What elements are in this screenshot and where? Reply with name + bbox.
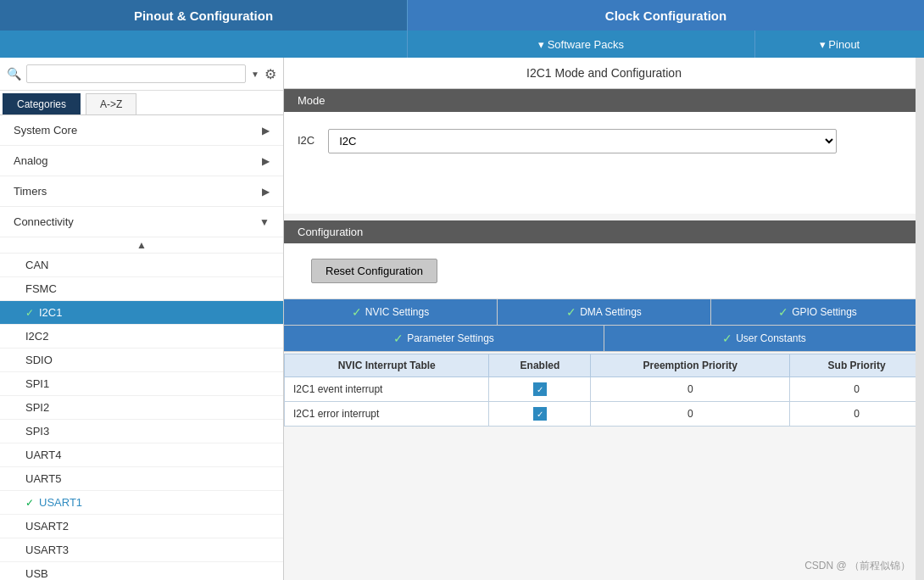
scrollbar[interactable] [916, 58, 924, 580]
arrow-right-icon: ▶ [262, 155, 270, 167]
enabled-checkbox[interactable]: ✓ [533, 407, 547, 421]
parameter-settings-tab[interactable]: ✓ Parameter Settings [284, 326, 604, 351]
enabled-checkbox[interactable]: ✓ [533, 382, 547, 396]
spi1-label: SPI1 [25, 377, 49, 390]
connectivity-label: Connectivity [14, 215, 74, 228]
analog-label: Analog [14, 154, 47, 167]
dropdown-icon[interactable]: ▼ [251, 70, 259, 79]
check-icon: ✓ [25, 497, 34, 509]
header-spacer [0, 31, 407, 58]
sub-priority-cell: 0 [790, 402, 924, 427]
search-input[interactable] [26, 64, 246, 83]
dma-tab-label: DMA Settings [580, 306, 642, 318]
gpio-settings-tab[interactable]: ✓ GPIO Settings [711, 299, 924, 325]
can-label: CAN [25, 259, 48, 271]
settings-icon[interactable]: ⚙ [264, 66, 276, 82]
collapse-arrow[interactable]: ▲ [0, 237, 283, 254]
preemption-cell: 0 [591, 402, 790, 427]
top-header: Pinout & Configuration Clock Configurati… [0, 0, 924, 31]
mode-section: I2C I2C [284, 112, 924, 214]
tab-categories[interactable]: Categories [3, 93, 81, 114]
reset-section: Reset Configuration [284, 243, 924, 299]
software-packs-label: ▾ Software Packs [538, 38, 624, 51]
preemption-cell: 0 [591, 377, 790, 402]
timers-label: Timers [14, 185, 47, 198]
nvic-tab-label: NVIC Settings [365, 306, 429, 318]
sidebar-item-fsmc[interactable]: FSMC [0, 277, 283, 301]
sidebar-item-spi2[interactable]: SPI2 [0, 396, 283, 420]
reset-config-button[interactable]: Reset Configuration [311, 259, 437, 283]
content-title: I2C1 Mode and Configuration [284, 58, 924, 89]
sidebar-item-usart3[interactable]: USART3 [0, 538, 283, 562]
spi2-label: SPI2 [25, 401, 49, 414]
uart4-label: UART4 [25, 449, 61, 461]
check-icon: ✓ [778, 305, 788, 319]
usart3-label: USART3 [25, 544, 69, 556]
main-layout: 🔍 ▼ ⚙ Categories A->Z System Core ▶ Anal… [0, 58, 924, 580]
sidebar-item-spi3[interactable]: SPI3 [0, 420, 283, 443]
config-tabs-row1: ✓ NVIC Settings ✓ DMA Settings ✓ GPIO Se… [284, 299, 924, 326]
software-packs-btn[interactable]: ▾ Software Packs [407, 31, 754, 58]
clock-config-tab[interactable]: Clock Configuration [407, 0, 924, 31]
sub-priority-cell: 0 [790, 377, 924, 402]
arrow-right-icon: ▶ [262, 186, 270, 198]
interrupt-name: I2C1 error interrupt [285, 402, 489, 427]
parameter-tab-label: Parameter Settings [407, 332, 494, 344]
arrow-right-icon: ▶ [262, 125, 270, 137]
i2c1-title: I2C1 Mode and Configuration [526, 66, 682, 80]
sidebar-item-spi1[interactable]: SPI1 [0, 372, 283, 396]
sidebar-tabs: Categories A->Z [0, 91, 283, 115]
enabled-cell[interactable]: ✓ [489, 377, 591, 402]
sidebar-item-sdio[interactable]: SDIO [0, 349, 283, 372]
i2c2-label: I2C2 [25, 330, 48, 343]
connectivity-subitems: CAN FSMC ✓ I2C1 I2C2 SDIO SPI1 SPI2 SP [0, 254, 283, 580]
sdio-label: SDIO [25, 354, 53, 366]
mode-section-header: Mode [284, 89, 924, 112]
usart2-label: USART2 [25, 520, 69, 533]
sidebar-item-usart1[interactable]: ✓ USART1 [0, 491, 283, 515]
check-icon: ✓ [722, 332, 732, 345]
check-icon: ✓ [352, 305, 362, 319]
pinout-config-label: Pinout & Configuration [134, 8, 273, 23]
col-header-sub: Sub Priority [790, 354, 924, 377]
usb-label: USB [25, 567, 48, 580]
enabled-cell[interactable]: ✓ [489, 402, 591, 427]
nvic-settings-tab[interactable]: ✓ NVIC Settings [284, 299, 498, 325]
config-tabs-row2: ✓ Parameter Settings ✓ User Constants [284, 326, 924, 352]
fsmc-label: FSMC [25, 282, 57, 295]
sidebar-item-i2c2[interactable]: I2C2 [0, 325, 283, 349]
tab-az[interactable]: A->Z [86, 93, 136, 114]
check-icon: ✓ [566, 305, 576, 319]
sidebar-item-timers[interactable]: Timers ▶ [0, 176, 283, 207]
system-core-label: System Core [14, 124, 77, 137]
config-label-header: Configuration [298, 226, 363, 238]
sidebar-search-bar: 🔍 ▼ ⚙ [0, 58, 283, 91]
user-constants-tab-label: User Constants [736, 332, 806, 344]
sidebar-item-uart4[interactable]: UART4 [0, 443, 283, 467]
gpio-tab-label: GPIO Settings [792, 306, 857, 318]
sidebar-item-uart5[interactable]: UART5 [0, 467, 283, 491]
uart5-label: UART5 [25, 472, 61, 485]
i2c-mode-label: I2C [298, 129, 314, 147]
nvic-interrupt-table: NVIC Interrupt Table Enabled Preemption … [284, 354, 924, 427]
sidebar-item-usart2[interactable]: USART2 [0, 515, 283, 538]
i2c-mode-select[interactable]: I2C [328, 129, 837, 153]
user-constants-tab[interactable]: ✓ User Constants [604, 326, 924, 351]
watermark: CSDN @ （前程似锦） [804, 559, 910, 573]
sidebar-item-analog[interactable]: Analog ▶ [0, 146, 283, 176]
sidebar-item-system-core[interactable]: System Core ▶ [0, 115, 283, 146]
check-icon: ✓ [393, 332, 404, 345]
clock-config-label: Clock Configuration [605, 8, 726, 23]
sidebar-item-connectivity[interactable]: Connectivity ▼ [0, 207, 283, 237]
col-header-preemption: Preemption Priority [591, 354, 790, 377]
pinout-btn[interactable]: ▾ Pinout [754, 31, 924, 58]
sidebar-item-can[interactable]: CAN [0, 254, 283, 277]
up-arrow-icon: ▲ [136, 239, 147, 251]
dma-settings-tab[interactable]: ✓ DMA Settings [498, 299, 711, 325]
table-row: I2C1 event interrupt ✓ 0 0 [285, 377, 924, 402]
pinout-config-tab[interactable]: Pinout & Configuration [0, 0, 407, 31]
sidebar-item-usb[interactable]: USB [0, 562, 283, 580]
sidebar-item-i2c1[interactable]: ✓ I2C1 [0, 301, 283, 325]
i2c1-label: I2C1 [39, 306, 62, 319]
col-header-enabled: Enabled [489, 354, 591, 377]
